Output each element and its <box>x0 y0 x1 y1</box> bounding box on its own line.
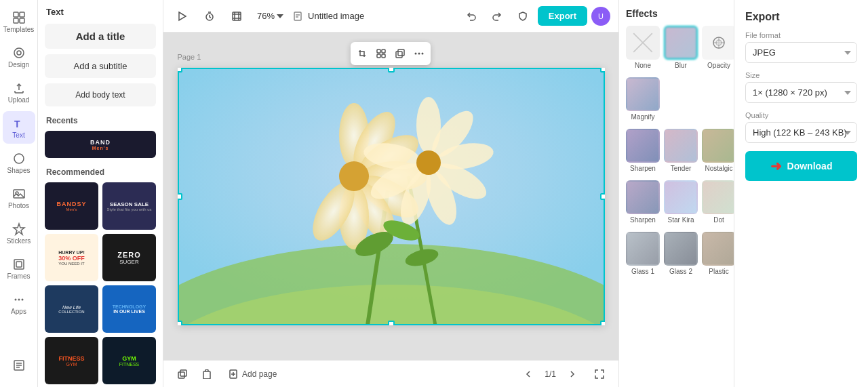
text-panel-header: Text <box>38 0 163 21</box>
effect-glass1[interactable]: Glass 1 <box>626 232 660 275</box>
svg-rect-3 <box>20 18 24 23</box>
recent-item-1[interactable]: BAND Men's <box>45 131 156 158</box>
quality-label: Quality <box>745 111 857 119</box>
effect-none[interactable]: None <box>626 26 660 69</box>
document-name[interactable]: Untitled image <box>308 11 364 21</box>
sidebar-item-stickers[interactable]: Stickers <box>3 217 35 249</box>
crop-button[interactable] <box>353 45 371 62</box>
download-button[interactable]: ➜ Download <box>745 151 857 181</box>
rec-item-5[interactable]: New Life COLLECTION <box>45 285 98 333</box>
glass1-thumb <box>626 232 660 266</box>
fullscreen-button[interactable] <box>589 363 610 385</box>
svg-rect-22 <box>294 12 301 20</box>
quality-select[interactable]: Low Medium High (122 KB – 243 KB) <box>745 122 857 143</box>
size-select[interactable]: 0.5× 1× (1280 × 720 px) 2× 3× 4× <box>745 82 857 103</box>
svg-text:T: T <box>14 119 20 129</box>
sidebar-item-shapes[interactable]: Shapes <box>3 146 35 179</box>
zoom-control[interactable]: 76% <box>253 8 288 24</box>
sidebar-item-text[interactable]: T Text <box>3 111 35 144</box>
top-bar: 76% Untitled image Export U <box>163 0 618 33</box>
add-body-button[interactable]: Add body text <box>45 83 156 106</box>
copy-button[interactable] <box>172 363 193 385</box>
sidebar-item-frames[interactable]: Frames <box>3 252 35 285</box>
add-page-label: Add page <box>242 369 277 379</box>
resize-button[interactable] <box>226 5 248 27</box>
canvas-svg <box>178 68 605 325</box>
none-icon <box>627 26 658 60</box>
add-subtitle-button[interactable]: Add a subtitle <box>45 54 156 78</box>
sidebar-item-photos[interactable]: Photos <box>3 182 35 214</box>
rec-item-4[interactable]: ZERO SUGER <box>102 234 156 281</box>
redo-button[interactable] <box>486 5 508 27</box>
effect-sharpen1[interactable]: Sharpen <box>626 129 660 172</box>
next-page-button[interactable] <box>561 363 583 385</box>
sidebar-item-templates[interactable]: Templates <box>3 5 35 38</box>
effect-blur-label: Blur <box>675 62 687 69</box>
canvas-image[interactable] <box>178 68 605 325</box>
effects-panel: Effects None Blur Opacity <box>618 0 734 387</box>
effect-glass1-label: Glass 1 <box>631 268 654 275</box>
effect-plastic[interactable]: Plastic <box>702 232 734 275</box>
sidebar-item-notes[interactable] <box>3 349 35 382</box>
svg-point-7 <box>14 154 24 163</box>
effect-nostalgic[interactable]: Nostalgic <box>702 129 734 172</box>
add-page-button[interactable]: Add page <box>223 367 282 382</box>
svg-rect-63 <box>203 371 210 379</box>
svg-rect-30 <box>396 52 402 58</box>
rec-item-6[interactable]: TECHNOLOGYIN OUR LIVES <box>102 285 156 333</box>
nostalgic-thumb <box>702 129 734 163</box>
sidebar-item-design[interactable]: Design <box>3 41 35 73</box>
document-icon <box>293 12 302 21</box>
duplicate-button[interactable] <box>391 45 409 62</box>
effect-blur[interactable]: Blur <box>664 26 698 69</box>
effects-panel-title: Effects <box>626 8 727 19</box>
present-button[interactable] <box>172 5 193 27</box>
more-options-button[interactable] <box>410 45 428 62</box>
effects-row-2: Magnify <box>626 77 727 125</box>
sidebar-item-photos-label: Photos <box>8 202 29 209</box>
svg-point-32 <box>418 52 420 54</box>
rec-item-1[interactable]: BANDSY Men's <box>45 182 98 230</box>
svg-rect-1 <box>20 12 24 17</box>
effect-tender[interactable]: Tender <box>664 129 698 172</box>
add-title-button[interactable]: Add a title <box>45 24 156 49</box>
svg-rect-11 <box>16 262 22 267</box>
rec-item-8[interactable]: GYM FITNESS <box>102 337 156 384</box>
rec-item-7[interactable]: FITNESS GYM <box>45 337 98 384</box>
security-button[interactable] <box>512 5 534 27</box>
sidebar-item-text-label: Text <box>12 131 24 139</box>
paste-button[interactable] <box>196 363 218 385</box>
sidebar-item-upload-label: Upload <box>8 96 30 104</box>
svg-point-70 <box>716 40 722 45</box>
rec-item-2[interactable]: SEASON SALE Style that fits you with us <box>102 182 156 230</box>
text-panel: Text Add a title Add a subtitle Add body… <box>38 0 163 387</box>
prev-page-button[interactable] <box>517 363 539 385</box>
effect-glass2[interactable]: Glass 2 <box>664 232 698 275</box>
sidebar-item-upload[interactable]: Upload <box>3 76 35 108</box>
elements-button[interactable] <box>372 45 390 62</box>
export-panel-title: Export <box>745 11 857 23</box>
undo-button[interactable] <box>460 5 482 27</box>
opacity-control[interactable]: Opacity <box>702 26 734 69</box>
svg-rect-10 <box>14 260 24 269</box>
effect-dot[interactable]: Dot <box>702 180 734 224</box>
svg-rect-25 <box>377 49 380 53</box>
effect-none-label: None <box>635 62 651 69</box>
effect-sharpen2[interactable]: Sharpen <box>626 180 660 224</box>
canvas-area[interactable]: Page 1 <box>163 33 618 360</box>
effect-starkira[interactable]: Star Kira <box>664 180 698 224</box>
canvas-page: Page 1 <box>178 68 605 325</box>
effect-magnify[interactable]: Magnify <box>626 77 660 121</box>
export-button[interactable]: Export <box>538 6 587 26</box>
file-format-select[interactable]: JPEG PNG PDF SVG GIF MP4 <box>745 42 857 63</box>
file-format-field: File format JPEG PNG PDF SVG GIF MP4 <box>745 31 857 63</box>
size-label: Size <box>745 71 857 79</box>
sidebar-item-apps[interactable]: Apps <box>3 287 35 320</box>
rec-item-3[interactable]: HURRY UP! 30% OFF YOU NEED IT <box>45 234 98 281</box>
opacity-thumb <box>702 26 734 60</box>
main-area: 76% Untitled image Export U Page 1 <box>163 0 618 387</box>
sidebar-item-shapes-label: Shapes <box>7 167 31 174</box>
tender-thumb <box>664 129 698 163</box>
effect-nostalgic-label: Nostalgic <box>705 165 732 172</box>
timer-button[interactable] <box>199 5 220 27</box>
